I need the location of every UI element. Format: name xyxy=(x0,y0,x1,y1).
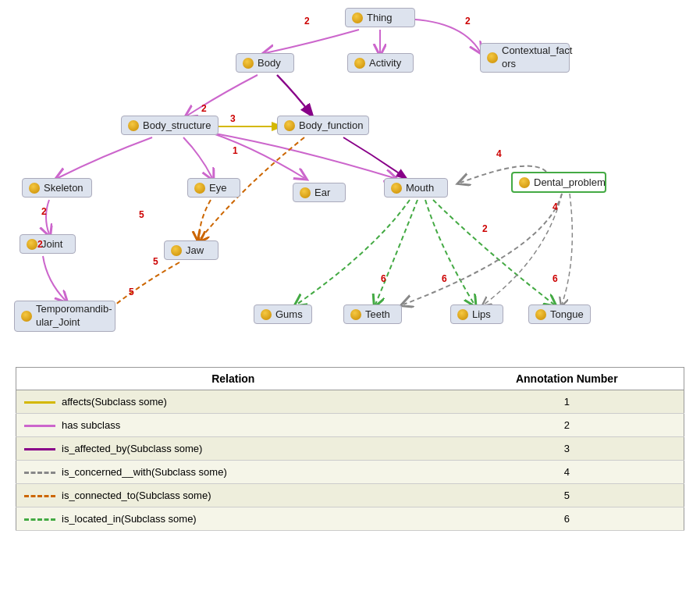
node-label-skeleton: Skeleton xyxy=(44,182,84,194)
legend-relation-cell: is_connected_to(Subclass some) xyxy=(16,484,450,507)
legend-relation-label: affects(Subclass some) xyxy=(62,396,167,408)
node-dental-problem[interactable]: Dental_problem xyxy=(511,172,606,193)
node-teeth[interactable]: Teeth xyxy=(343,304,402,324)
node-thing[interactable]: Thing xyxy=(345,8,415,27)
legend-relation-label: is_connected_to(Subclass some) xyxy=(62,490,211,501)
legend-table: Relation Annotation Number affects(Subcl… xyxy=(16,367,684,531)
node-lips[interactable]: Lips xyxy=(450,304,503,324)
anno-6-3: 6 xyxy=(553,273,558,284)
legend-relation-label: is_affected_by(Subclass some) xyxy=(62,443,202,454)
node-ear[interactable]: Ear xyxy=(293,183,346,202)
node-mouth[interactable]: Mouth xyxy=(384,178,448,198)
legend-annotation-num: 3 xyxy=(450,437,684,461)
legend-relation-label: is_concerned__with(Subclass some) xyxy=(62,466,227,478)
legend-line-sample xyxy=(24,401,55,404)
node-label-jaw: Jaw xyxy=(186,244,204,256)
node-joint[interactable]: Joint xyxy=(20,234,76,254)
legend-col-relation: Relation xyxy=(16,368,450,390)
anno-6-1: 6 xyxy=(381,273,386,284)
node-dot-eye xyxy=(194,183,205,194)
anno-4-2: 4 xyxy=(553,201,558,212)
node-dot-skeleton xyxy=(29,183,40,194)
node-body-function[interactable]: Body_function xyxy=(277,116,369,135)
anno-2-6: 2 xyxy=(482,223,488,234)
node-activity[interactable]: Activity xyxy=(347,53,414,73)
legend-line-sample xyxy=(24,472,55,474)
legend-annotation-num: 2 xyxy=(450,414,684,437)
node-dot-temporo xyxy=(21,311,32,322)
node-dot-dental xyxy=(519,177,530,188)
node-skeleton[interactable]: Skeleton xyxy=(22,178,92,198)
node-dot-body-function xyxy=(284,120,295,131)
node-label-mouth: Mouth xyxy=(406,182,434,194)
node-dot-gums xyxy=(261,309,272,320)
node-dot-activity xyxy=(354,58,365,69)
node-body[interactable]: Body xyxy=(236,53,294,73)
node-dot-lips xyxy=(457,309,468,320)
node-label-joint: Joint xyxy=(41,238,62,250)
anno-5-1: 5 xyxy=(139,209,144,220)
anno-3: 3 xyxy=(230,113,236,124)
legend-annotation-num: 6 xyxy=(450,507,684,531)
node-dot-ear xyxy=(300,187,311,198)
node-temporomandibular[interactable]: Temporomandib-ular_Joint xyxy=(14,301,115,332)
legend-line-sample xyxy=(24,448,55,450)
node-label-body: Body xyxy=(258,57,281,69)
node-dot-contextual xyxy=(487,52,498,63)
legend-relation-cell: is_located_in(Subclass some) xyxy=(16,507,450,531)
node-label-teeth: Teeth xyxy=(365,308,390,320)
node-eye[interactable]: Eye xyxy=(187,178,240,198)
node-dot-joint xyxy=(27,239,37,250)
legend-row: is_affected_by(Subclass some)3 xyxy=(16,437,684,461)
node-dot-thing xyxy=(352,12,363,23)
legend-annotation-num: 4 xyxy=(450,461,684,484)
legend-col-annotation: Annotation Number xyxy=(450,368,684,390)
legend-relation-label: is_located_in(Subclass some) xyxy=(62,513,197,525)
node-label-activity: Activity xyxy=(369,57,401,69)
node-label-thing: Thing xyxy=(367,12,393,23)
anno-5-3: 5 xyxy=(129,287,134,297)
graph-area: Thing Body Activity Contextual_factors B… xyxy=(0,0,700,367)
legend-row: is_located_in(Subclass some)6 xyxy=(16,507,684,531)
node-dot-tongue xyxy=(535,309,546,320)
node-label-contextual: Contextual_factors xyxy=(502,45,572,71)
node-dot-body xyxy=(243,58,254,69)
legend-line-sample xyxy=(24,518,55,521)
anno-1: 1 xyxy=(233,145,238,156)
anno-2-3: 2 xyxy=(201,103,207,114)
node-label-lips: Lips xyxy=(472,308,491,320)
legend-row: is_concerned__with(Subclass some)4 xyxy=(16,461,684,484)
node-label-temporo: Temporomandib-ular_Joint xyxy=(36,303,112,329)
node-label-body-structure: Body_structure xyxy=(143,119,211,131)
node-dot-jaw xyxy=(171,245,182,256)
legend-relation-cell: affects(Subclass some) xyxy=(16,390,450,414)
node-label-eye: Eye xyxy=(209,182,226,194)
node-contextual-factors[interactable]: Contextual_factors xyxy=(480,43,570,73)
legend-row: affects(Subclass some)1 xyxy=(16,390,684,414)
legend-relation-cell: is_affected_by(Subclass some) xyxy=(16,437,450,461)
legend-relation-cell: has subclass xyxy=(16,414,450,437)
anno-5-2: 5 xyxy=(153,256,158,267)
legend-row: is_connected_to(Subclass some)5 xyxy=(16,484,684,507)
anno-2-4: 2 xyxy=(41,206,47,217)
anno-2-5: 2 xyxy=(37,239,43,250)
node-gums[interactable]: Gums xyxy=(254,304,312,324)
legend-area: Relation Annotation Number affects(Subcl… xyxy=(16,367,684,608)
node-dot-body-structure xyxy=(128,120,139,131)
anno-2-1: 2 xyxy=(304,16,310,27)
legend-line-sample xyxy=(24,495,55,497)
node-body-structure[interactable]: Body_structure xyxy=(121,116,219,135)
node-jaw[interactable]: Jaw xyxy=(164,240,219,260)
anno-4-1: 4 xyxy=(496,148,502,159)
anno-6-2: 6 xyxy=(442,273,447,284)
node-tongue[interactable]: Tongue xyxy=(528,304,591,324)
legend-annotation-num: 1 xyxy=(450,390,684,414)
node-label-ear: Ear xyxy=(314,187,330,198)
node-dot-teeth xyxy=(350,309,361,320)
node-label-dental: Dental_problem xyxy=(534,176,606,188)
legend-relation-cell: is_concerned__with(Subclass some) xyxy=(16,461,450,484)
legend-annotation-num: 5 xyxy=(450,484,684,507)
node-label-body-function: Body_function xyxy=(299,119,363,131)
legend-relation-label: has subclass xyxy=(62,419,120,431)
legend-row: has subclass2 xyxy=(16,414,684,437)
